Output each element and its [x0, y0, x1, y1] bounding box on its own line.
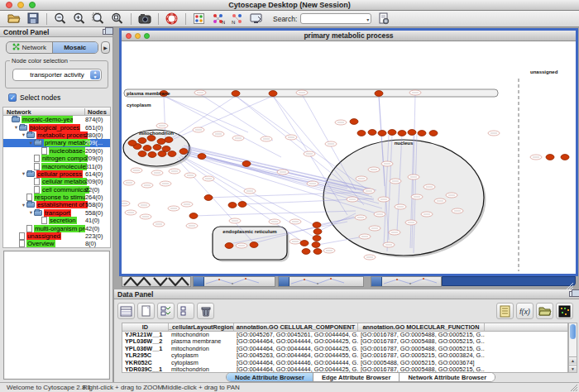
network-node[interactable]: [302, 249, 310, 255]
function-builder-icon[interactable]: f(x): [516, 303, 534, 319]
zoom-in-icon[interactable]: [72, 12, 86, 26]
tab-scroll-right-icon[interactable]: ▶: [101, 41, 110, 54]
minimized-window-1[interactable]: [193, 276, 275, 287]
network-node[interactable]: [313, 229, 322, 235]
table-row-YPL036W__1[interactable]: YPL036W__1mitochondrion[GO:0044464, GO:0…: [122, 346, 567, 352]
column-header-2[interactable]: annotation.GO CELLULAR_COMPONENT: [234, 323, 358, 331]
expand-arrow-icon[interactable]: ▼: [21, 132, 26, 137]
tab-node-attribute-browser[interactable]: Node Attribute Browser: [227, 373, 313, 381]
network-node[interactable]: [128, 141, 136, 146]
open-session-icon[interactable]: [7, 12, 21, 26]
tree-row-mosaic-demo-yeast[interactable]: mosaic-demo-yeast874(0): [3, 116, 110, 123]
network-node[interactable]: [147, 136, 156, 141]
network-node[interactable]: [357, 131, 366, 136]
network-node[interactable]: [313, 236, 321, 241]
network-node[interactable]: [546, 155, 554, 160]
network-node[interactable]: [368, 130, 376, 136]
tree-row-primary-metabo[interactable]: ▼primary metabo209(...: [3, 139, 110, 146]
tree-row-transport[interactable]: ▼transport558(0): [3, 209, 110, 217]
network-node[interactable]: [157, 139, 165, 145]
tree-row-metabolic-process[interactable]: ▼metabolic process280(0): [3, 131, 110, 139]
notes-icon[interactable]: [496, 303, 514, 319]
network-node[interactable]: [375, 91, 383, 97]
network-node[interactable]: [312, 242, 320, 248]
network-node[interactable]: [204, 195, 213, 201]
select-first-neighbors-icon[interactable]: N: [211, 12, 225, 26]
tree-col-nodes[interactable]: Nodes: [84, 108, 107, 116]
network-node[interactable]: [388, 130, 396, 136]
tree-row-nitrogen-compo[interactable]: nitrogen compo209(0): [3, 155, 110, 162]
tab-network-attribute-browser[interactable]: Network Attribute Browser: [400, 373, 495, 381]
table-row-YKR052C[interactable]: YKR052Ccytoplasm[GO:0044464, GO:0044446,…: [122, 360, 567, 366]
network-node[interactable]: [269, 91, 277, 97]
unselect-all-attributes-icon[interactable]: [177, 303, 194, 319]
column-header-1[interactable]: _cellularLayoutRegion: [169, 323, 234, 331]
tab-edge-attribute-browser[interactable]: Edge Attribute Browser: [313, 373, 400, 381]
network-node[interactable]: [148, 152, 156, 158]
window-resize-grip-icon[interactable]: [566, 278, 574, 285]
tree-row-overview[interactable]: Overview8(0): [3, 240, 110, 247]
expand-arrow-icon[interactable]: ▼: [21, 203, 26, 208]
rotate-network-icon[interactable]: N: [230, 12, 244, 26]
column-header-0[interactable]: ID: [122, 323, 169, 331]
tree-row-secretion[interactable]: secretion41(0): [3, 217, 110, 224]
birdseye-view[interactable]: [3, 251, 110, 380]
new-attribute-icon[interactable]: [137, 303, 155, 319]
network-node[interactable]: [138, 138, 146, 144]
network-node[interactable]: [138, 151, 146, 157]
network-node[interactable]: [313, 249, 322, 255]
tree-col-network[interactable]: Network: [7, 108, 31, 116]
annotation-icon[interactable]: [249, 12, 263, 26]
network-node[interactable]: [313, 222, 321, 228]
save-session-icon[interactable]: [26, 12, 40, 26]
expand-arrow-icon[interactable]: ▼: [13, 125, 19, 130]
float-panel-icon[interactable]: [569, 291, 576, 297]
tree-row-cellular-metabo[interactable]: cellular metabo209(0): [3, 178, 110, 185]
select-nodes-checkbox[interactable]: ✓: [8, 93, 17, 102]
dropdown-stepper-icon[interactable]: ▲▼: [90, 70, 100, 79]
network-node[interactable]: [398, 131, 406, 136]
network-node[interactable]: [225, 243, 233, 249]
column-header-3[interactable]: annotation.GO MOLECULAR_FUNCTION: [358, 323, 485, 331]
app-resize-grip-icon[interactable]: [570, 384, 578, 391]
network-node[interactable]: [238, 202, 246, 208]
network-node[interactable]: [561, 155, 569, 160]
network-node[interactable]: [143, 146, 151, 151]
preferences-icon[interactable]: [376, 12, 390, 26]
network-node[interactable]: [429, 131, 438, 136]
network-node[interactable]: [165, 137, 173, 143]
tree-row-macromolecule[interactable]: macromolecule311(0): [3, 162, 110, 170]
snapshot-icon[interactable]: [137, 12, 151, 26]
tree-row-nucleobase-[interactable]: nucleobase-209(0): [3, 147, 110, 155]
minimized-window-3[interactable]: [371, 276, 442, 287]
network-window-titlebar[interactable]: primary metabolic process: [122, 31, 576, 41]
network-node[interactable]: [228, 203, 237, 208]
network-node[interactable]: [158, 151, 166, 157]
tree-row-cellular-process[interactable]: ▼cellular process614(0): [3, 170, 110, 178]
network-node[interactable]: [408, 130, 416, 136]
delete-attribute-icon[interactable]: [197, 303, 214, 319]
scroll-down-icon[interactable]: ▼: [569, 365, 577, 372]
network-canvas[interactable]: plasma membranemitochondrionnucleusendop…: [122, 41, 576, 274]
zoom-out-icon[interactable]: [53, 12, 67, 26]
scroll-up-icon[interactable]: ▲: [569, 356, 577, 364]
expand-arrow-icon[interactable]: ▼: [28, 141, 34, 146]
network-node[interactable]: [250, 242, 258, 248]
expand-arrow-icon[interactable]: ▼: [21, 171, 26, 176]
attribute-select-icon[interactable]: [117, 303, 135, 319]
zoom-selected-icon[interactable]: [91, 12, 105, 26]
network-node[interactable]: [153, 145, 161, 151]
expand-arrow-icon[interactable]: ▼: [28, 210, 34, 215]
tree-row-multi-organism-pro[interactable]: multi-organism pro42(0): [3, 224, 110, 232]
network-node[interactable]: [232, 91, 240, 97]
network-node[interactable]: [242, 161, 251, 167]
tree-row-cell-communicat[interactable]: cell communicat22(0): [3, 186, 110, 194]
network-node[interactable]: [179, 149, 188, 155]
network-node[interactable]: [300, 241, 309, 246]
search-box[interactable]: ▾: [300, 13, 371, 24]
search-dropdown-arrow-icon[interactable]: ▾: [366, 17, 369, 22]
float-panel-icon[interactable]: [103, 29, 109, 35]
network-node[interactable]: [418, 131, 426, 136]
matrix-icon[interactable]: [556, 303, 573, 319]
node-color-dropdown[interactable]: transporter activity ▲▼: [12, 69, 102, 81]
